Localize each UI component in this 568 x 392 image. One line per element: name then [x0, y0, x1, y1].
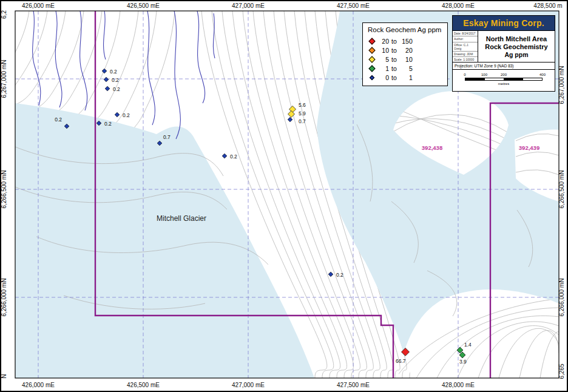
- title-block-fields: Date: 8/24/2017Author:Office: C.J. Greig…: [453, 31, 478, 62]
- company-name: Eskay Mining Corp.: [453, 16, 555, 30]
- scalebar-tick: 100: [481, 73, 487, 76]
- legend-entry: 0to1: [368, 73, 444, 82]
- scalebar-segment: [522, 78, 542, 80]
- sample-value-label: 66.7: [396, 358, 406, 364]
- map-title-line1: North Mitchell Area: [479, 35, 553, 42]
- claim-number-label: 392,438: [422, 144, 442, 151]
- legend-range-max: 10: [399, 56, 413, 63]
- sample-value-label: 0.2: [55, 117, 62, 123]
- legend-range-min: 20: [379, 38, 389, 45]
- northing-label-left: 6,266,000 mN: [1, 279, 7, 317]
- legend-entry: 5to10: [368, 55, 444, 64]
- map-title-line2: Rock Geochemistry: [479, 43, 553, 50]
- legend-range-joiner: to: [391, 65, 397, 72]
- title-block-main: Date: 8/24/2017Author:Office: C.J. Greig…: [453, 30, 555, 62]
- scalebar-segment: [504, 78, 522, 80]
- legend-rows: 20to15010to205to101to50to1: [368, 36, 444, 82]
- sample-value-label: 0.2: [110, 69, 117, 75]
- map-legend: Rock Geochem Ag ppm 20to15010to205to101t…: [362, 22, 448, 86]
- map-title: North Mitchell Area Rock Geochemistry Ag…: [478, 31, 555, 62]
- scalebar-tick: 200: [501, 73, 507, 76]
- titleblock-field-drawing: Drawing: JDM: [453, 52, 478, 57]
- sample-value-label: 0.2: [230, 154, 237, 160]
- sample-value-label: 0.2: [112, 77, 119, 83]
- easting-label-top: 428,000 mE: [442, 2, 475, 9]
- scalebar-area: 0100200400 metres: [453, 69, 555, 91]
- legend-range-max: 5: [399, 65, 413, 72]
- legend-entry: 1to5: [368, 64, 444, 73]
- map-sheet: 392,438392,439 0.20.20.20.20.20.20.70.25…: [0, 0, 568, 392]
- legend-title: Rock Geochem Ag ppm: [368, 26, 444, 33]
- sample-value-label: 5.6: [299, 102, 306, 108]
- scalebar-unit: metres: [465, 82, 543, 86]
- easting-label-top: 426,500 mE: [127, 2, 160, 9]
- titleblock-field-office: Office: C.J. Greig: [453, 42, 478, 52]
- easting-label-bottom: 426,000 mE: [22, 382, 55, 388]
- easting-label-top: 427,000 mE: [232, 2, 265, 9]
- northing-label-right: 6,266,500 mN: [558, 171, 565, 209]
- northing-label-left: 6,267,000 mN: [1, 60, 7, 98]
- sample-value-label: 0.2: [336, 272, 343, 278]
- title-block: Eskay Mining Corp. Date: 8/24/2017Author…: [452, 15, 555, 92]
- projection-label: Projection: UTM Zone 9 (NAD 83): [453, 62, 555, 69]
- legend-range-min: 10: [379, 47, 389, 54]
- northing-label-left: 6,2: [1, 10, 7, 19]
- scalebar-bar: [465, 78, 543, 81]
- scalebar: 0100200400 metres: [465, 73, 543, 86]
- map-title-line3: Ag ppm: [479, 51, 553, 58]
- scalebar-tick: 400: [539, 73, 546, 76]
- legend-range-min: 0: [379, 74, 389, 81]
- sample-value-label: 0.7: [299, 118, 306, 124]
- legend-diamond-icon: [368, 47, 375, 53]
- legend-diamond-icon: [368, 56, 375, 63]
- legend-diamond-icon: [370, 75, 374, 79]
- sample-value-label: 3.9: [459, 359, 467, 365]
- northing-label-right: 6,265: [558, 363, 565, 379]
- northing-label-right: 6,267,000 mN: [558, 66, 565, 104]
- scalebar-ticks: 0100200400: [465, 73, 543, 78]
- easting-label-top: 428,500 m: [533, 2, 562, 9]
- claim-number-label: 392,439: [519, 144, 539, 151]
- sample-value-label: 5.9: [299, 110, 306, 117]
- easting-label-bottom: 427,000 mE: [232, 382, 265, 388]
- legend-range-max: 20: [399, 47, 413, 54]
- legend-diamond-icon: [368, 38, 375, 44]
- titleblock-field-author: Author:: [453, 36, 478, 42]
- easting-label-top: 426,000 mE: [22, 2, 55, 9]
- legend-range-joiner: to: [391, 56, 397, 63]
- legend-range-min: 1: [379, 65, 389, 72]
- easting-label-bottom: 426,500 mE: [127, 382, 160, 388]
- legend-range-joiner: to: [391, 74, 397, 81]
- sample-value-label: 0.2: [123, 112, 130, 118]
- scalebar-segment: [484, 78, 504, 80]
- sample-value-label: 0.2: [104, 121, 112, 127]
- legend-range-joiner: to: [391, 47, 397, 54]
- northing-label-left: N: [1, 374, 7, 378]
- easting-label-bottom: 427,500 mE: [337, 382, 370, 388]
- legend-diamond-icon: [368, 65, 375, 72]
- titleblock-field-date: Date: 8/24/2017: [453, 31, 478, 36]
- legend-range-max: 150: [399, 38, 413, 45]
- legend-range-min: 5: [379, 56, 389, 63]
- sample-value-label: 0.7: [163, 134, 171, 140]
- northing-label-right: 6,266,000 mN: [558, 279, 565, 317]
- titleblock-field-scale: Scale: 1:10000: [453, 57, 478, 62]
- scalebar-tick: 0: [464, 73, 465, 76]
- legend-entry: 20to150: [368, 36, 444, 46]
- glacier-name-label: Mitchell Glacier: [157, 214, 206, 223]
- easting-label-top: 427,500 mE: [337, 2, 370, 9]
- northing-label-left: 6,266,500 mN: [1, 171, 7, 209]
- legend-range-max: 1: [399, 74, 413, 81]
- sample-value-label: 0.2: [113, 86, 120, 92]
- scalebar-segment: [465, 78, 484, 80]
- legend-entry: 10to20: [368, 46, 444, 55]
- easting-label-bottom: 428,000 mE: [442, 382, 475, 388]
- sample-value-label: 1.4: [464, 342, 472, 348]
- legend-range-joiner: to: [391, 38, 397, 45]
